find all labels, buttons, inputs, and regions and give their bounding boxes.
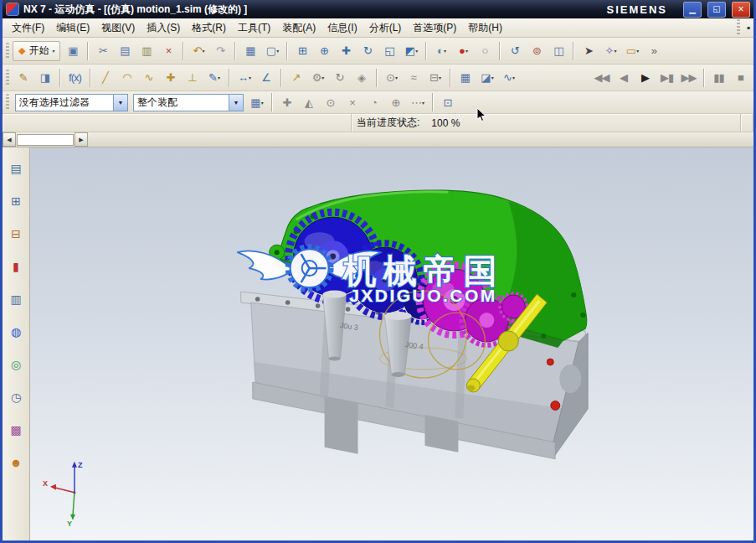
pause-icon[interactable]: ▮▮: [708, 68, 730, 88]
measure-distance-icon[interactable]: ↔▾: [234, 68, 255, 88]
fast-forward-icon[interactable]: ▶▶: [678, 68, 700, 88]
spring-icon[interactable]: ≈: [403, 68, 424, 88]
snap-point-on-curve-icon[interactable]: ⊕: [385, 92, 407, 112]
menu-window-icon[interactable]: ▪: [747, 22, 750, 34]
orient-view-icon[interactable]: ◩▾: [400, 41, 422, 61]
solution-icon[interactable]: ▦: [455, 68, 476, 88]
link-icon[interactable]: ↗: [285, 68, 307, 88]
snap-center-icon[interactable]: ⊙: [320, 92, 342, 112]
gearbox-model[interactable]: J0u 3 J00 4: [241, 190, 589, 459]
assembly-navigator-icon[interactable]: ▤: [5, 158, 27, 179]
snap-point-icon[interactable]: ✧▾: [599, 41, 621, 61]
zoom-icon[interactable]: ⊕: [313, 41, 335, 61]
preview-selection-icon[interactable]: ⊡: [437, 92, 459, 112]
roles-icon[interactable]: ☻: [5, 452, 27, 473]
joint-icon[interactable]: ⚙▾: [307, 68, 329, 88]
menu-item[interactable]: 装配(A): [276, 19, 321, 37]
point-icon[interactable]: ✚: [160, 68, 182, 88]
snap-midpoint-icon[interactable]: ◭: [298, 92, 320, 112]
menu-item[interactable]: 格式(R): [186, 19, 232, 37]
step-forward-icon[interactable]: ▶▮: [656, 68, 678, 88]
spline-icon[interactable]: ∿: [138, 68, 160, 88]
pan-icon[interactable]: ✚: [335, 41, 357, 61]
measure-icon[interactable]: ▭▾: [621, 41, 643, 61]
tab-list[interactable]: [17, 134, 74, 146]
stop-icon[interactable]: ■: [730, 68, 752, 88]
fit-view-icon[interactable]: ⊞: [291, 41, 313, 61]
wireframe-display-icon[interactable]: ○: [474, 41, 496, 61]
history-icon[interactable]: ◷: [5, 386, 27, 408]
cut-icon[interactable]: ✂: [92, 41, 114, 61]
window-layout-icon[interactable]: ◫: [548, 41, 569, 61]
menu-item[interactable]: 插入(S): [141, 19, 186, 37]
motion-driver-icon[interactable]: ↻: [329, 68, 351, 88]
menu-item[interactable]: 帮助(H): [462, 19, 508, 37]
menu-item[interactable]: 信息(I): [321, 19, 363, 37]
toolbar-overflow-icon[interactable]: »: [643, 41, 665, 61]
start-button[interactable]: ◆ 开始 ▾: [13, 41, 60, 61]
snap-more-icon[interactable]: ⋯▾: [407, 92, 429, 112]
graph-icon[interactable]: ∿▾: [498, 68, 520, 88]
tab-scroll-left-button[interactable]: ◀: [3, 132, 16, 147]
menu-item[interactable]: 首选项(P): [407, 19, 462, 37]
menu-item[interactable]: 视图(V): [95, 19, 141, 37]
web-browser-icon[interactable]: ◍: [5, 321, 27, 343]
redo-icon[interactable]: ↷: [209, 41, 231, 61]
results-icon[interactable]: ◪▾: [476, 68, 498, 88]
menu-item[interactable]: 编辑(E): [50, 19, 95, 37]
separator: [701, 69, 707, 87]
restore-button[interactable]: ◱: [707, 2, 726, 18]
line-icon[interactable]: ╱: [95, 68, 116, 88]
measure-angle-icon[interactable]: ∠: [255, 68, 277, 88]
selection-scope-icon[interactable]: ▦▾: [246, 92, 268, 112]
motion-navigator-icon[interactable]: ▮: [5, 256, 27, 277]
snap-intersection-icon[interactable]: ×: [342, 92, 363, 112]
play-icon[interactable]: ▶: [635, 68, 656, 88]
save-icon[interactable]: ▣: [62, 41, 84, 61]
nx-application-window: NX 7 - 运动仿真 - [(仿真) motion_1.sim (修改的) ]…: [0, 0, 756, 543]
viewport-3d[interactable]: J0u 3 J00 4 机械帝国 JXDIGUO.COM: [30, 147, 753, 540]
tab-scroll-right-button[interactable]: ▶: [75, 132, 88, 147]
minimize-button[interactable]: ▁: [683, 2, 702, 18]
snap-endpoint-icon[interactable]: ✚: [276, 92, 298, 112]
shaded-display-icon[interactable]: ◐▾: [430, 41, 452, 61]
environment-icon[interactable]: ◨: [34, 68, 56, 88]
face-analysis-icon[interactable]: ●▾: [452, 41, 474, 61]
rotate-view-icon[interactable]: ↻: [357, 41, 378, 61]
new-simulation-icon[interactable]: ✎: [13, 68, 34, 88]
sketch-icon[interactable]: ✎▾: [203, 68, 225, 88]
marker-icon[interactable]: ◈: [351, 68, 373, 88]
system-materials-icon[interactable]: ▩: [5, 419, 27, 441]
arc-icon[interactable]: ◠: [116, 68, 138, 88]
refresh-view-icon[interactable]: ↺: [504, 41, 526, 61]
menu-item[interactable]: 分析(L): [363, 19, 408, 37]
hd3d-tools-icon[interactable]: ◎: [5, 354, 27, 375]
connector-icon[interactable]: ⊙▾: [381, 68, 403, 88]
selection-scope-dropdown[interactable]: 整个装配 ▼: [133, 94, 244, 111]
expression-icon[interactable]: f(x): [64, 68, 86, 88]
snap-quadrant-icon[interactable]: ◔: [363, 92, 385, 112]
chevron-down-icon[interactable]: ▼: [229, 95, 243, 111]
separator: [57, 69, 64, 87]
reuse-library-icon[interactable]: ▥: [5, 288, 27, 310]
close-button[interactable]: ×: [732, 2, 750, 18]
delete-icon[interactable]: ×: [157, 41, 179, 61]
undo-icon[interactable]: ↶▾: [188, 41, 209, 61]
constraint-navigator-icon[interactable]: ⊞: [5, 190, 27, 212]
window-icon[interactable]: ▢▾: [261, 41, 283, 61]
screenshot-icon[interactable]: ▦: [239, 41, 261, 61]
rewind-icon[interactable]: ◀◀: [591, 68, 613, 88]
damper-icon[interactable]: ⊟▾: [424, 68, 446, 88]
step-back-icon[interactable]: ◀: [613, 68, 635, 88]
part-navigator-icon[interactable]: ⊟: [5, 223, 27, 245]
copy-icon[interactable]: ▤: [114, 41, 136, 61]
menu-item[interactable]: 文件(F): [6, 19, 50, 37]
menu-item[interactable]: 工具(T): [232, 19, 276, 37]
paste-icon[interactable]: ▥: [136, 41, 157, 61]
selection-filter-dropdown[interactable]: 没有选择过滤器 ▼: [15, 94, 128, 111]
chevron-down-icon[interactable]: ▼: [113, 95, 127, 111]
perspective-icon[interactable]: ◱: [378, 41, 400, 61]
datum-plane-icon[interactable]: ⊥: [182, 68, 203, 88]
update-display-icon[interactable]: ⊚: [526, 41, 548, 61]
selection-pointer-icon[interactable]: ➤: [578, 41, 599, 61]
